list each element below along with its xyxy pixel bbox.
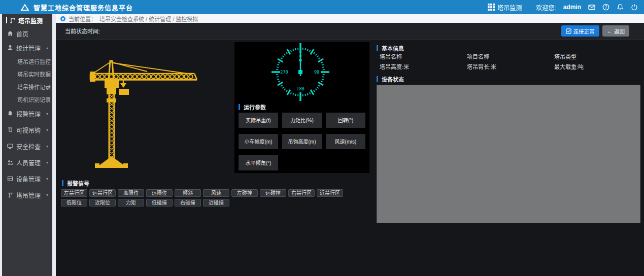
back-arrow-icon: ← bbox=[607, 28, 613, 34]
grid-icon bbox=[488, 4, 495, 11]
alarm-signal-button[interactable]: 风速 bbox=[203, 189, 229, 197]
alarm-signal-label: 远碰撞 bbox=[265, 190, 281, 196]
power-icon[interactable] bbox=[631, 4, 638, 11]
sidebar-subitem-realtime-data[interactable]: 塔吊实时数据 bbox=[2, 67, 52, 80]
app-title: 智慧工地综合管理服务信息平台 bbox=[33, 3, 133, 12]
sidebar-subitem-run-monitor[interactable]: 塔吊运行监控 bbox=[2, 55, 52, 67]
param-card[interactable]: 风速(m/s) bbox=[326, 134, 365, 149]
logo-icon bbox=[20, 4, 29, 11]
alarm-signal-button[interactable]: 近禁行区 bbox=[317, 189, 343, 197]
sidebar-item-label: 首页 bbox=[16, 29, 28, 38]
alarm-signal-label: 右禁行区 bbox=[291, 190, 312, 196]
alarm-signal-label: 倾斜 bbox=[183, 190, 193, 196]
alarm-signal-button[interactable]: 近限位 bbox=[89, 199, 116, 206]
sidebar-item-label: 报警管理 bbox=[16, 110, 41, 118]
sidebar-item-label: 设备管理 bbox=[16, 175, 41, 183]
checkbox-icon bbox=[566, 28, 571, 34]
info-section-title: 基本信息 bbox=[382, 44, 404, 52]
info-field-label: 塔吊臂长:米 bbox=[467, 62, 554, 73]
alarm-signal-grid: 左禁行区 远禁行区 高限位 远限位 倾斜 风速 bbox=[61, 189, 345, 206]
status-toolbar: 当前状态时间: 连接正常 ← 返回 bbox=[56, 23, 644, 40]
sidebar-item-alarm-mgmt[interactable]: 报警管理 ▾ bbox=[2, 106, 52, 122]
params-section-header: 运行参数 bbox=[239, 103, 266, 111]
alarm-signal-label: 右碰撞 bbox=[180, 200, 195, 205]
sidebar-item-home[interactable]: 首页 bbox=[2, 26, 52, 41]
sidebar: 塔吊监测 首页 统计管理 ▴ 塔吊运行监控 塔吊实时数据 bbox=[2, 14, 52, 276]
crane-illustration bbox=[66, 51, 233, 172]
people-icon bbox=[7, 159, 13, 165]
connection-status-label: 连接正常 bbox=[573, 27, 595, 35]
alarm-signal-button[interactable]: 左碰撞 bbox=[231, 189, 258, 197]
rotation-gauge: 0 90 180 270 bbox=[234, 42, 369, 102]
alarm-signal-button[interactable]: 近碰撞 bbox=[203, 199, 229, 206]
help-icon[interactable]: ? bbox=[602, 4, 609, 11]
main-content: 当前状态时间: 连接正常 ← 返回 bbox=[56, 23, 644, 276]
param-card[interactable]: 吊钩高度(m) bbox=[282, 134, 322, 149]
home-icon bbox=[7, 30, 13, 37]
app-switcher-label: 塔吊监测 bbox=[497, 3, 522, 12]
info-field-label: 塔吊高度:米 bbox=[380, 62, 467, 73]
alarm-signal-button[interactable]: 左禁行区 bbox=[61, 189, 87, 197]
info-section-header: 基本信息 bbox=[377, 44, 404, 52]
chevron-up-icon: ▴ bbox=[46, 46, 48, 50]
param-card[interactable]: 力矩比(%) bbox=[282, 113, 322, 128]
alarm-signal-label: 左碰撞 bbox=[237, 190, 252, 196]
alarm-signal-button[interactable]: 倾斜 bbox=[175, 189, 201, 197]
sidebar-item-visual-hook[interactable]: 可视吊钩 ▾ bbox=[2, 122, 52, 138]
param-label: 回转(°) bbox=[338, 118, 354, 123]
sidebar-item-safety-check[interactable]: 安全检查 ▾ bbox=[2, 138, 52, 154]
sidebar-nav: 首页 统计管理 ▴ 塔吊运行监控 塔吊实时数据 塔吊操作记录 司机识别记录 bbox=[2, 26, 52, 203]
app-switcher[interactable]: 塔吊监测 bbox=[488, 3, 522, 12]
gauge-panel: 0 90 180 270 运行参数 实际吊重(t) 力矩比(%) bbox=[234, 42, 369, 173]
param-card[interactable]: 水平倾角(°) bbox=[239, 155, 278, 170]
alarm-signal-button[interactable]: 右禁行区 bbox=[288, 189, 315, 197]
section-accent-bar bbox=[377, 76, 378, 82]
device-section-title: 设备状态 bbox=[382, 75, 404, 83]
svg-text:?: ? bbox=[605, 5, 607, 10]
connection-status-button[interactable]: 连接正常 bbox=[561, 25, 599, 37]
top-header: 智慧工地综合管理服务信息平台 塔吊监测 欢迎您: admin ? bbox=[0, 0, 644, 14]
param-label: 小车幅度(m) bbox=[245, 139, 273, 145]
alarm-signal-button[interactable]: 远禁行区 bbox=[89, 189, 116, 197]
stats-icon bbox=[7, 45, 13, 51]
mail-icon[interactable] bbox=[588, 4, 595, 11]
sidebar-item-personnel[interactable]: 人员管理 ▾ bbox=[2, 154, 52, 170]
safety-icon bbox=[7, 143, 13, 149]
params-section-title: 运行参数 bbox=[244, 103, 266, 111]
alarm-signal-button[interactable]: 低碰撞 bbox=[146, 199, 173, 206]
username: admin bbox=[563, 4, 581, 11]
sidebar-header: 塔吊监测 bbox=[2, 14, 52, 26]
sidebar-header-bar bbox=[6, 17, 7, 23]
alarm-signal-button[interactable]: 高限位 bbox=[118, 189, 144, 197]
alarm-signal-button[interactable]: 右碰撞 bbox=[175, 199, 201, 206]
alarm-signal-button[interactable]: 力矩 bbox=[118, 199, 144, 206]
alarm-signal-label: 近限位 bbox=[95, 200, 110, 205]
sidebar-item-stats[interactable]: 统计管理 ▴ bbox=[2, 41, 52, 55]
gauge-label-270: 270 bbox=[280, 70, 288, 75]
location-icon bbox=[60, 16, 65, 21]
param-card[interactable]: 回转(°) bbox=[326, 113, 365, 128]
sidebar-item-label: 人员管理 bbox=[16, 158, 41, 167]
bell-icon[interactable] bbox=[617, 4, 624, 11]
alarm-signal-label: 力矩 bbox=[126, 200, 136, 205]
sidebar-item-crane-mgmt[interactable]: 塔吊管理 ▾ bbox=[2, 187, 52, 203]
sidebar-subitem-driver-records[interactable]: 司机识别记录 bbox=[2, 93, 52, 106]
alarm-signal-button[interactable]: 远碰撞 bbox=[260, 189, 286, 197]
alarm-signal-label: 远限位 bbox=[152, 190, 167, 196]
param-label: 风速(m/s) bbox=[335, 139, 357, 145]
sidebar-item-equipment[interactable]: 设备管理 ▾ bbox=[2, 170, 52, 187]
breadcrumb-path: 塔吊安全检查系统 / 统计管理 / 监控模拟 bbox=[99, 15, 198, 23]
back-button-label: 返回 bbox=[614, 27, 625, 35]
sidebar-item-label: 可视吊钩 bbox=[16, 126, 41, 134]
alarm-signal-label: 近禁行区 bbox=[320, 190, 340, 196]
back-button[interactable]: ← 返回 bbox=[602, 25, 630, 37]
alarm-signal-button[interactable]: 远限位 bbox=[146, 189, 173, 197]
alarm-signal-button[interactable]: 低限位 bbox=[61, 199, 87, 206]
section-accent-bar bbox=[377, 45, 378, 51]
info-field-label: 塔吊类型 bbox=[554, 52, 643, 62]
info-field-label: 项目名称 bbox=[467, 52, 554, 62]
sidebar-subitem-operation-records[interactable]: 塔吊操作记录 bbox=[2, 80, 52, 93]
param-card[interactable]: 实际吊重(t) bbox=[239, 113, 278, 128]
sidebar-subitem-label: 司机识别记录 bbox=[17, 95, 51, 104]
param-card[interactable]: 小车幅度(m) bbox=[239, 134, 278, 149]
